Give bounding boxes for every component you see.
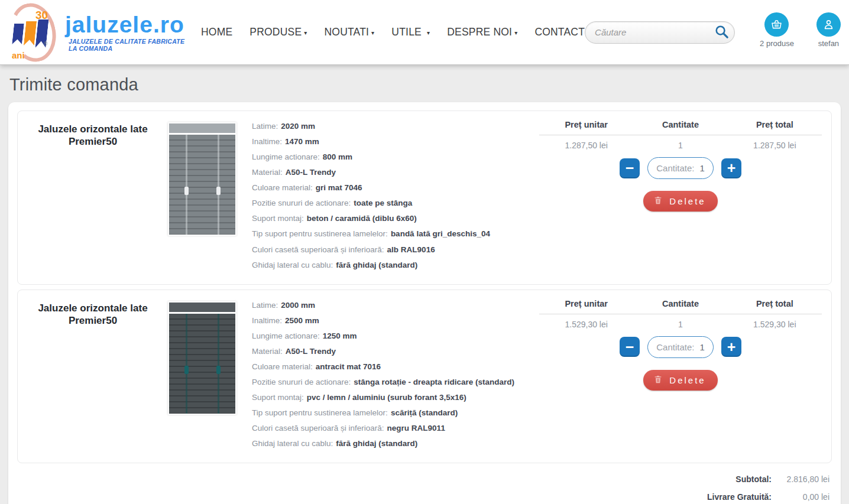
spec-line: Latime:2000 mm [252,300,539,311]
total-price: 1.287,50 lei [728,135,822,156]
logo-badge-ani: ani [12,50,25,60]
col-header-unit-price: Preț unitar [539,299,633,308]
spec-line: Tip suport pentru sustinerea lamelelor:b… [252,228,539,240]
chevron-down-icon: ▾ [304,30,307,36]
site-header: 30 ani ® jaluzele.ro JALUZELE DE CALITAT… [0,0,849,65]
quantity-input[interactable]: Cantitate: 1 [647,157,714,179]
minus-icon: − [626,340,634,355]
spec-line: Lungime actionare:800 mm [252,151,539,163]
spec-line: Suport montaj:beton / caramidă (diblu 6x… [252,213,539,225]
nav-home[interactable]: HOME [201,26,232,38]
col-header-total-price: Preț total [728,299,822,308]
main-nav: HOME PRODUSE▾ NOUTATI▾ UTILE▾ DESPRE NOI… [201,26,585,38]
quantity-stepper: − Cantitate: 1 + [539,336,822,358]
main-content: Trimite comanda Jaluzele orizontale late… [0,75,849,504]
spec-line: Culori casetă superioară și inferioară:n… [252,422,539,434]
product-specs: Latime:2000 mm Inaltime:2500 mm Lungime … [252,298,539,454]
search-bar [585,21,735,44]
plus-icon: + [727,340,736,355]
delete-button[interactable]: Delete [643,191,717,212]
decrease-quantity-button[interactable]: − [620,158,640,178]
spec-line: Culoare material:gri mat 7046 [252,182,539,194]
col-header-unit-price: Preț unitar [539,120,633,129]
spec-line: Pozitie snururi de actionare:stânga rota… [252,376,539,388]
search-icon [714,24,730,41]
price-section: Preț unitar Cantitate Preț total 1.287,5… [539,119,822,275]
nav-utile[interactable]: UTILE▾ [391,26,430,38]
unit-price: 1.529,30 lei [539,314,633,335]
spec-line: Inaltime:1470 mm [252,136,539,148]
spec-line: Lungime actionare:1250 mm [252,330,539,342]
delete-button[interactable]: Delete [643,370,717,391]
increase-quantity-button[interactable]: + [721,158,741,178]
summary-subtotal-row: Subtotal: 2.816,80 lei [17,470,832,488]
spec-line: Material:A50-L Trendy [252,167,539,178]
username-label: stefan [818,39,839,48]
product-title: Jaluzele orizontale late Premier50 [25,298,161,454]
cart-count-label: 2 produse [760,39,794,48]
order-summary: Subtotal: 2.816,80 lei Livrare Gratuită:… [17,470,832,504]
header-actions: 2 produse stefan [760,12,841,48]
decrease-quantity-button[interactable]: − [620,337,640,357]
chevron-down-icon: ▾ [371,30,374,36]
spec-line: Tip suport pentru sustinerea lamelelor:s… [252,407,539,419]
total-price: 1.529,30 lei [728,314,822,335]
nav-despre-noi[interactable]: DESPRE NOI▾ [447,26,517,38]
registered-mark: ® [44,41,48,47]
cart-item-row: Jaluzele orizontale late Premier50 Latim… [17,290,832,464]
spec-line: Material:A50-L Trendy [252,346,539,357]
col-header-quantity: Cantitate [633,120,727,129]
nav-produse[interactable]: PRODUSE▾ [249,26,307,38]
price-section: Preț unitar Cantitate Preț total 1.529,3… [539,298,822,454]
spec-line: Culori casetă superioară și inferioară:a… [252,244,539,256]
col-header-quantity: Cantitate [633,299,727,308]
quantity-input[interactable]: Cantitate: 1 [647,336,714,358]
basket-icon [764,12,789,37]
page-title: Trimite comanda [9,75,840,95]
cart-card: Jaluzele orizontale late Premier50 Latim… [8,102,841,504]
search-button[interactable] [714,24,730,41]
spec-line: Culoare material:antracit mat 7016 [252,361,539,373]
quantity-stepper: − Cantitate: 1 + [539,157,822,179]
minus-icon: − [626,161,634,175]
spec-line: Inaltime:2500 mm [252,315,539,327]
spec-line: Latime:2020 mm [252,121,539,132]
product-image [168,301,236,415]
col-header-total-price: Preț total [728,120,822,129]
product-image [168,122,236,236]
chevron-down-icon: ▾ [427,30,430,36]
logo-badge-30: 30 [35,9,48,22]
quantity-value: 1 [633,314,727,335]
logo[interactable]: 30 ani ® jaluzele.ro JALUZELE DE CALITAT… [5,2,193,63]
spec-line: Ghidaj lateral cu cablu:fără ghidaj (sta… [252,259,539,271]
brand-tagline: JALUZELE DE CALITATE FABRICATE LA COMAND… [69,38,193,52]
cart-item-row: Jaluzele orizontale late Premier50 Latim… [17,110,832,285]
logo-text: jaluzele.ro JALUZELE DE CALITATE FABRICA… [65,13,193,52]
chevron-down-icon: ▾ [514,30,517,36]
trash-icon [653,196,663,207]
cart-button[interactable]: 2 produse [760,12,794,48]
nav-contact[interactable]: CONTACT [534,26,585,38]
plus-icon: + [727,161,736,175]
nav-noutati[interactable]: NOUTATI▾ [325,26,375,38]
logo-bars [13,19,48,49]
spec-line: Suport montaj:pvc / lemn / aluminiu (sur… [252,392,539,404]
summary-free-shipping-row: Livrare Gratuită: 0,00 lei [17,488,832,504]
spec-line: Ghidaj lateral cu cablu:fără ghidaj (sta… [252,438,539,450]
search-input[interactable] [595,27,714,37]
logo-blinds-icon: 30 ani ® [5,2,64,63]
spec-line: Pozitie snururi de actionare:toate pe st… [252,197,539,209]
unit-price: 1.287,50 lei [539,135,633,156]
product-specs: Latime:2020 mm Inaltime:1470 mm Lungime … [252,119,539,275]
brand-name: jaluzele.ro [65,13,193,36]
trash-icon [653,375,663,386]
quantity-value: 1 [633,135,727,156]
user-icon [816,12,841,37]
product-title: Jaluzele orizontale late Premier50 [25,119,161,275]
increase-quantity-button[interactable]: + [721,337,741,357]
account-button[interactable]: stefan [816,12,841,48]
